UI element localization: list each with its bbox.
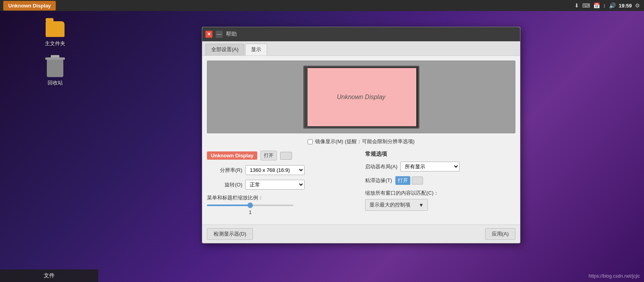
bottom-bar-label: 文件 xyxy=(44,272,55,279)
apply-button[interactable]: 应用(A) xyxy=(485,228,515,240)
dialog-title: 帮助 xyxy=(226,31,237,38)
controls-left: Unknown Display 打开 分辨率(R) 1360 x 768 (16… xyxy=(207,151,357,220)
tab-display[interactable]: 显示 xyxy=(245,44,267,55)
tab-all-settings[interactable]: 全部设置(A) xyxy=(205,44,244,55)
taskbar-app-button[interactable]: Unknown Display xyxy=(3,1,56,11)
minimize-button[interactable]: — xyxy=(216,31,223,38)
settings-icon[interactable]: ⚙ xyxy=(635,2,640,9)
rotation-row: 旋转(O) 正常 xyxy=(207,180,357,190)
clock: 19:59 xyxy=(619,3,632,9)
dialog-content: Unknown Display 镜像显示(M) (提醒：可能会限制分辨率选项) … xyxy=(202,56,520,225)
mirror-label: 镜像显示(M) (提醒：可能会限制分辨率选项) xyxy=(315,138,415,145)
download-icon: ⬇ xyxy=(574,2,579,9)
desktop-icon-trash[interactable]: 回收站 xyxy=(39,59,71,87)
scale-dropdown-label: 显示最大的控制项 xyxy=(369,201,410,208)
dialog-tabs: 全部设置(A) 显示 xyxy=(202,41,520,56)
display-monitor[interactable]: Unknown Display xyxy=(303,66,419,129)
display-toggle-indicator xyxy=(280,152,292,160)
display-screen-label: Unknown Display xyxy=(337,94,386,101)
rotation-select[interactable]: 正常 xyxy=(245,180,304,190)
trash-icon xyxy=(46,59,65,78)
folder-icon xyxy=(46,20,65,39)
scale-row: 显示最大的控制项 ▼ xyxy=(365,199,515,211)
calendar-icon: 📅 xyxy=(593,2,600,9)
display-screen: Unknown Display xyxy=(306,68,416,126)
taskbar: Unknown Display ⬇ ⌨ 📅 ↕ 🔊 19:59 ⚙ xyxy=(0,0,644,11)
rotation-label: 旋转(O) xyxy=(207,181,242,188)
slider-track[interactable] xyxy=(207,205,293,206)
taskbar-left: Unknown Display xyxy=(0,1,574,11)
sticky-toggle: 打开 xyxy=(395,176,423,185)
controls-right: 常规选项 启动器布局(A) 所有显示 粘滞边缘(T) 打开 xyxy=(365,151,515,220)
watermark: https://blog.csdn.net/jcjic xyxy=(589,273,640,279)
slider-fill xyxy=(207,205,250,206)
sticky-on-label[interactable]: 打开 xyxy=(395,176,410,185)
home-folder-label: 主文件夹 xyxy=(45,40,65,47)
display-toggle-button[interactable]: 打开 xyxy=(260,151,277,160)
volume-icon: 🔊 xyxy=(609,2,616,9)
resolution-select[interactable]: 1360 x 768 (16:9) xyxy=(245,165,304,175)
desktop-icons: 主文件夹 回收站 xyxy=(39,20,71,87)
controls-area: Unknown Display 打开 分辨率(R) 1360 x 768 (16… xyxy=(207,151,515,220)
scale-section: 缩放所有窗口的内容以匹配(C)： 显示最大的控制项 ▼ xyxy=(365,190,515,211)
monitor-side-decoration xyxy=(304,67,308,127)
launcher-select[interactable]: 所有显示 xyxy=(400,162,459,171)
mirror-row: 镜像显示(M) (提醒：可能会限制分辨率选项) xyxy=(207,138,515,145)
keyboard-icon: ⌨ xyxy=(582,2,590,9)
common-options-label: 常规选项 xyxy=(365,151,515,158)
display-name-badge: Unknown Display xyxy=(207,151,257,160)
arrows-icon: ↕ xyxy=(603,2,606,9)
resolution-row: 分辨率(R) 1360 x 768 (16:9) xyxy=(207,165,357,175)
bottom-bar: 文件 xyxy=(0,269,98,282)
display-name-row: Unknown Display 打开 xyxy=(207,151,357,160)
scale-dropdown-arrow-icon: ▼ xyxy=(419,202,424,208)
mirror-checkbox[interactable] xyxy=(308,139,313,144)
sticky-row: 粘滞边缘(T) 打开 xyxy=(365,176,515,185)
detect-displays-button[interactable]: 检测显示器(D) xyxy=(207,228,253,240)
display-settings-dialog: ✕ — 帮助 全部设置(A) 显示 Unknown Display 镜像显示(M… xyxy=(202,27,520,243)
taskbar-right: ⬇ ⌨ 📅 ↕ 🔊 19:59 ⚙ xyxy=(574,2,644,9)
resolution-label: 分辨率(R) xyxy=(207,167,242,174)
slider-value: 1 xyxy=(207,209,293,215)
launcher-label: 启动器布局(A) xyxy=(365,163,397,170)
sticky-box-indicator xyxy=(412,177,423,184)
dialog-footer: 检测显示器(D) 应用(A) xyxy=(202,225,520,243)
trash-label: 回收站 xyxy=(48,79,63,87)
dialog-titlebar: ✕ — 帮助 xyxy=(202,27,520,41)
scale-dropdown-button[interactable]: 显示最大的控制项 ▼ xyxy=(365,199,428,211)
sticky-label: 粘滞边缘(T) xyxy=(365,177,392,184)
desktop-icon-home[interactable]: 主文件夹 xyxy=(39,20,71,47)
scale-label: 缩放所有窗口的内容以匹配(C)： xyxy=(365,190,515,197)
slider-thumb[interactable] xyxy=(247,203,253,208)
launcher-row: 启动器布局(A) 所有显示 xyxy=(365,162,515,171)
slider-label: 菜单和标题栏缩放比例： xyxy=(207,194,357,201)
close-button[interactable]: ✕ xyxy=(205,31,212,38)
display-preview: Unknown Display xyxy=(207,61,515,133)
slider-section: 菜单和标题栏缩放比例： 1 xyxy=(207,194,357,215)
